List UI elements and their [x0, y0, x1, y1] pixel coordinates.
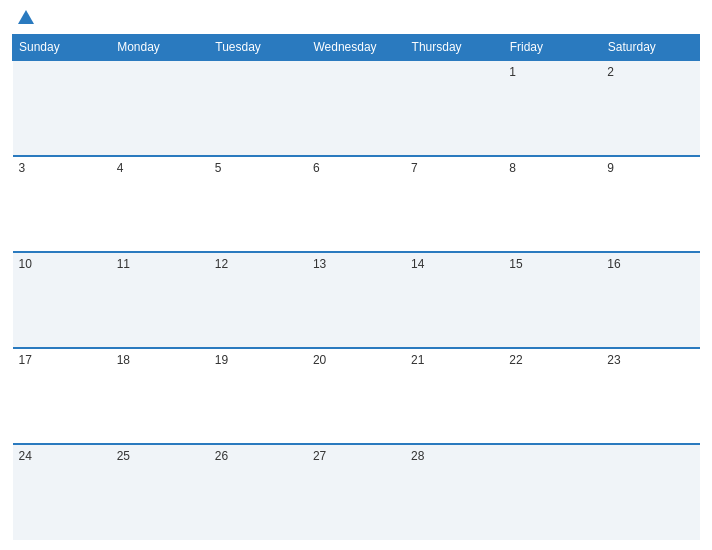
day-number: 16	[607, 257, 620, 271]
day-number: 13	[313, 257, 326, 271]
weekday-sunday: Sunday	[13, 35, 111, 61]
calendar-cell: 8	[503, 156, 601, 252]
day-number: 21	[411, 353, 424, 367]
day-number: 1	[509, 65, 516, 79]
day-number: 14	[411, 257, 424, 271]
logo-triangle-icon	[18, 10, 34, 24]
calendar-header-row: SundayMondayTuesdayWednesdayThursdayFrid…	[13, 35, 700, 61]
calendar-cell: 1	[503, 60, 601, 156]
calendar-cell: 9	[601, 156, 699, 252]
day-number: 20	[313, 353, 326, 367]
weekday-thursday: Thursday	[405, 35, 503, 61]
day-number: 15	[509, 257, 522, 271]
calendar-cell: 26	[209, 444, 307, 540]
calendar-cell: 10	[13, 252, 111, 348]
calendar-cell: 2	[601, 60, 699, 156]
logo-line	[16, 10, 34, 26]
day-number: 6	[313, 161, 320, 175]
calendar-cell: 24	[13, 444, 111, 540]
calendar-cell: 11	[111, 252, 209, 348]
weekday-tuesday: Tuesday	[209, 35, 307, 61]
calendar-cell	[13, 60, 111, 156]
day-number: 3	[19, 161, 26, 175]
calendar-table: SundayMondayTuesdayWednesdayThursdayFrid…	[12, 34, 700, 540]
calendar-week-4: 2425262728	[13, 444, 700, 540]
day-number: 4	[117, 161, 124, 175]
calendar-cell: 7	[405, 156, 503, 252]
day-number: 9	[607, 161, 614, 175]
calendar-cell: 22	[503, 348, 601, 444]
day-number: 28	[411, 449, 424, 463]
calendar-cell: 14	[405, 252, 503, 348]
calendar-cell: 17	[13, 348, 111, 444]
weekday-saturday: Saturday	[601, 35, 699, 61]
day-number: 7	[411, 161, 418, 175]
day-number: 19	[215, 353, 228, 367]
calendar-week-1: 3456789	[13, 156, 700, 252]
calendar-cell: 20	[307, 348, 405, 444]
calendar-cell: 4	[111, 156, 209, 252]
day-number: 8	[509, 161, 516, 175]
calendar-body: 1234567891011121314151617181920212223242…	[13, 60, 700, 540]
calendar-cell: 18	[111, 348, 209, 444]
weekday-monday: Monday	[111, 35, 209, 61]
day-number: 2	[607, 65, 614, 79]
weekday-wednesday: Wednesday	[307, 35, 405, 61]
day-number: 12	[215, 257, 228, 271]
calendar-cell: 19	[209, 348, 307, 444]
calendar-week-2: 10111213141516	[13, 252, 700, 348]
day-number: 17	[19, 353, 32, 367]
day-number: 23	[607, 353, 620, 367]
calendar-cell: 27	[307, 444, 405, 540]
weekday-header: SundayMondayTuesdayWednesdayThursdayFrid…	[13, 35, 700, 61]
calendar-cell: 5	[209, 156, 307, 252]
calendar-cell: 16	[601, 252, 699, 348]
day-number: 25	[117, 449, 130, 463]
calendar-header	[12, 10, 700, 26]
day-number: 26	[215, 449, 228, 463]
weekday-friday: Friday	[503, 35, 601, 61]
calendar-cell	[405, 60, 503, 156]
calendar-cell: 25	[111, 444, 209, 540]
calendar-cell: 6	[307, 156, 405, 252]
calendar-cell	[111, 60, 209, 156]
logo	[16, 10, 34, 26]
calendar-cell: 3	[13, 156, 111, 252]
day-number: 18	[117, 353, 130, 367]
calendar-cell: 12	[209, 252, 307, 348]
calendar-cell: 28	[405, 444, 503, 540]
calendar-cell	[503, 444, 601, 540]
calendar-cell	[307, 60, 405, 156]
day-number: 10	[19, 257, 32, 271]
calendar-week-3: 17181920212223	[13, 348, 700, 444]
calendar-week-0: 12	[13, 60, 700, 156]
calendar-container: SundayMondayTuesdayWednesdayThursdayFrid…	[0, 0, 712, 550]
day-number: 27	[313, 449, 326, 463]
calendar-cell: 13	[307, 252, 405, 348]
day-number: 22	[509, 353, 522, 367]
day-number: 11	[117, 257, 130, 271]
day-number: 5	[215, 161, 222, 175]
calendar-cell	[601, 444, 699, 540]
calendar-cell: 15	[503, 252, 601, 348]
day-number: 24	[19, 449, 32, 463]
calendar-cell	[209, 60, 307, 156]
calendar-cell: 23	[601, 348, 699, 444]
calendar-cell: 21	[405, 348, 503, 444]
